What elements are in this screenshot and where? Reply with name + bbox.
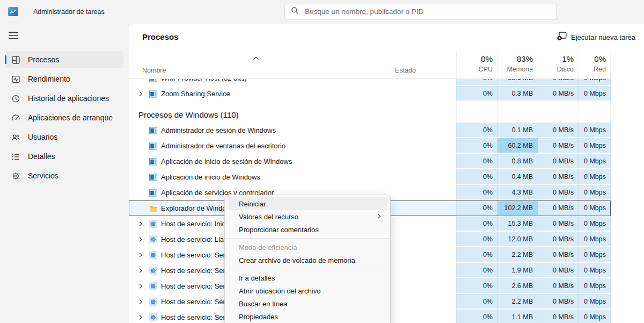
- table-header: Nombre Estado 0% CPU 83% Memoria 1% Disc…: [129, 51, 611, 79]
- disk-cell: 0 MB/s: [538, 138, 579, 154]
- menu-item-label: Reiniciar: [239, 200, 266, 208]
- sidebar-item-label: Usuarios: [28, 133, 57, 141]
- services-icon: [11, 171, 20, 181]
- process-name-cell: WMI Provider Host (32 bits): [129, 79, 391, 86]
- folder-icon: [149, 205, 161, 212]
- memory-cell: 33.1 MB: [497, 79, 538, 86]
- menu-item-proporcionar-comentarios[interactable]: Proporcionar comentarios: [228, 223, 387, 236]
- gear-icon: [149, 251, 161, 259]
- column-header-disk[interactable]: 1% Disco: [538, 51, 579, 79]
- sidebar-item-rendimiento[interactable]: Rendimiento: [5, 70, 123, 88]
- status-cell: [391, 263, 456, 278]
- column-header-memory[interactable]: 83% Memoria: [497, 51, 538, 79]
- menu-item-abrir-ubicaci-n-del-archivo[interactable]: Abrir ubicación del archivo: [228, 284, 387, 297]
- status-cell: [391, 79, 456, 86]
- gear-icon: [149, 267, 161, 275]
- process-row[interactable]: Administrador de sesión de Windows0%0.1 …: [129, 123, 611, 138]
- sidebar-item-label: Servicios: [28, 171, 58, 180]
- chevron-right-icon[interactable]: [138, 236, 149, 242]
- process-name: Host de servicio: Servi: [161, 267, 230, 275]
- process-row[interactable]: WMI Provider Host (32 bits)0%33.1 MB0 MB…: [129, 79, 611, 86]
- menu-separator: [225, 238, 390, 239]
- cpu-cell: 0%: [456, 263, 497, 278]
- process-name: Administrador de ventanas del escritorio: [161, 142, 286, 150]
- column-header-cpu[interactable]: 0% CPU: [456, 51, 497, 79]
- menu-item-label: Modo de eficiencia: [239, 243, 297, 252]
- hamburger-menu-icon[interactable]: [9, 32, 18, 39]
- process-row[interactable]: Aplicación de inicio de Windows0%0.4 MB0…: [129, 169, 611, 185]
- page-title: Procesos: [142, 32, 179, 41]
- history-icon: [11, 94, 20, 103]
- gear-icon: [149, 220, 161, 228]
- gear-icon: [149, 282, 161, 290]
- search-input[interactable]: [305, 8, 551, 16]
- cpu-cell: 0%: [456, 294, 497, 310]
- menu-item-propiedades[interactable]: Propiedades: [228, 310, 387, 323]
- menu-item-valores-del-recurso[interactable]: Valores del recurso: [228, 210, 387, 223]
- menu-item-label: Buscar en línea: [239, 300, 287, 308]
- cpu-cell: 0%: [456, 200, 497, 216]
- chevron-right-icon[interactable]: [138, 283, 149, 289]
- process-name: Host de servicio: Servi: [161, 282, 230, 290]
- status-cell: [391, 247, 456, 263]
- app-window-blue-icon: [149, 142, 161, 150]
- users-icon: [11, 132, 20, 142]
- sidebar-item-historial-de-aplicaciones[interactable]: Historial de aplicaciones: [5, 90, 123, 107]
- sidebar-item-servicios[interactable]: Servicios: [5, 167, 123, 184]
- cpu-cell: 0%: [456, 247, 497, 263]
- process-row[interactable]: Aplicación de inicio de sesión de Window…: [129, 154, 611, 169]
- group-header-row: Procesos de Windows (110): [129, 102, 611, 123]
- network-cell: 0 Mbps: [579, 123, 611, 138]
- process-name: Administrador de sesión de Windows: [161, 126, 276, 134]
- menu-separator: [225, 269, 390, 269]
- sidebar-item-usuarios[interactable]: Usuarios: [5, 128, 123, 146]
- chevron-right-icon[interactable]: [138, 314, 149, 320]
- process-row[interactable]: Administrador de ventanas del escritorio…: [129, 138, 611, 154]
- sidebar-item-detalles[interactable]: Detalles: [5, 148, 123, 165]
- chevron-right-icon[interactable]: [138, 268, 149, 274]
- memory-cell: 0.4 MB: [497, 169, 538, 185]
- chevron-right-icon[interactable]: [138, 252, 149, 258]
- run-new-task-button[interactable]: Ejecutar nueva tarea: [557, 32, 635, 42]
- status-cell: [391, 123, 456, 138]
- sidebar-item-procesos[interactable]: Procesos: [5, 51, 123, 68]
- app-window-blue-icon: [149, 189, 161, 197]
- chevron-right-icon[interactable]: [138, 91, 149, 97]
- status-cell: [391, 138, 456, 154]
- sidebar-item-aplicaciones-de-arranque[interactable]: Aplicaciones de arranque: [5, 109, 123, 126]
- column-header-status[interactable]: Estado: [395, 67, 416, 74]
- network-cell: 0 Mbps: [579, 263, 611, 278]
- process-name-cell: Administrador de ventanas del escritorio: [129, 138, 391, 154]
- process-name: Aplicación de inicio de sesión de Window…: [161, 157, 292, 166]
- chevron-right-icon[interactable]: [138, 221, 149, 227]
- disk-cell: 0 MB/s: [538, 232, 579, 247]
- disk-cell: 0 MB/s: [538, 310, 579, 323]
- disk-cell: 0 MB/s: [538, 154, 579, 169]
- process-row[interactable]: Zoom Sharing Service0%0.3 MB0 MB/s0 Mbps: [129, 86, 611, 102]
- status-cell: [391, 232, 456, 247]
- group-title: Procesos de Windows (110): [129, 102, 238, 123]
- column-header-name[interactable]: Nombre: [142, 67, 166, 74]
- app-window-blue-icon: [149, 127, 161, 134]
- status-cell: [391, 169, 456, 185]
- memory-cell: 60.2 MB: [497, 138, 538, 154]
- memory-cell: 2.2 MB: [497, 294, 538, 310]
- network-cell: 0 Mbps: [579, 154, 611, 169]
- memory-cell: 1.1 MB: [497, 310, 538, 323]
- disk-cell: 0 MB/s: [538, 247, 579, 263]
- menu-item-label: Ir a detalles: [239, 274, 275, 282]
- search-icon: [291, 6, 299, 17]
- search-box[interactable]: [284, 4, 557, 19]
- menu-item-crear-archivo-de-volcado-de-memoria[interactable]: Crear archivo de volcado de memoria: [228, 254, 387, 267]
- sidebar-item-label: Rendimiento: [28, 75, 70, 83]
- disk-cell: 0 MB/s: [538, 200, 579, 216]
- context-menu: ReiniciarValores del recursoProporcionar…: [224, 195, 391, 323]
- process-name-cell: Aplicación de inicio de Windows: [129, 169, 391, 185]
- menu-item-label: Abrir ubicación del archivo: [239, 287, 320, 295]
- column-header-network[interactable]: 0% Red: [579, 51, 611, 79]
- menu-item-ir-a-detalles[interactable]: Ir a detalles: [228, 271, 387, 284]
- chevron-right-icon[interactable]: [138, 299, 149, 305]
- disk-cell: 0 MB/s: [538, 79, 579, 86]
- menu-item-reiniciar[interactable]: Reiniciar: [228, 197, 387, 210]
- menu-item-buscar-en-l-nea[interactable]: Buscar en línea: [228, 297, 387, 310]
